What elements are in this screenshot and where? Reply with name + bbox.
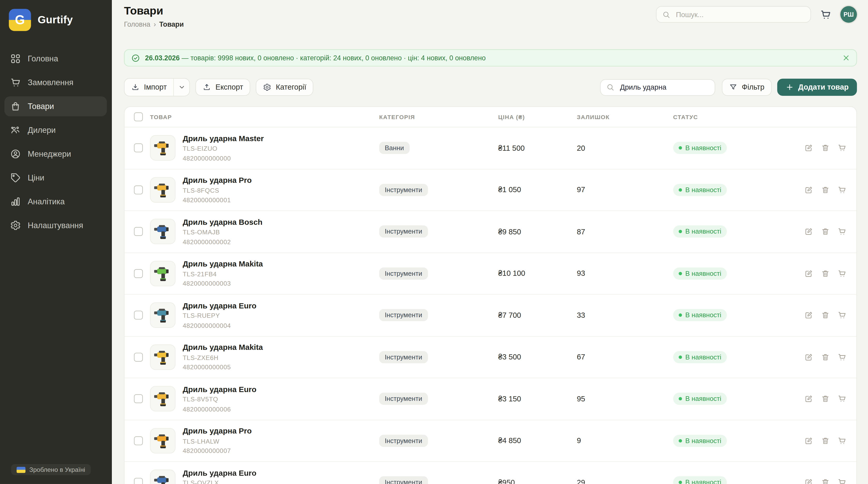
add-to-cart-button[interactable] [837,311,846,320]
row-checkbox[interactable] [134,353,143,362]
global-search[interactable] [656,6,811,23]
delete-button[interactable] [821,353,830,362]
edit-button[interactable] [804,144,813,152]
add-to-cart-button[interactable] [837,353,846,362]
add-product-button[interactable]: Додати товар [777,79,857,96]
delete-button[interactable] [821,269,830,278]
add-to-cart-button[interactable] [837,478,846,484]
category-chip: Інструменти [379,309,428,321]
add-to-cart-button[interactable] [837,185,846,194]
product-cell[interactable]: Дриль ударна EuroTLS-8V5TQ4820000000006 [150,384,379,414]
sidebar-item-prices[interactable]: Ціни [4,168,107,188]
add-to-cart-button[interactable] [837,227,846,236]
ukraine-flag-icon [17,467,25,473]
price-value: ₴4 850 [498,436,577,445]
row-checkbox[interactable] [134,478,143,484]
person-icon [10,148,21,159]
delete-button[interactable] [821,311,830,320]
status-label: В наявності [685,353,721,361]
add-to-cart-button[interactable] [837,394,846,403]
product-search[interactable] [600,79,715,96]
delete-button[interactable] [821,478,830,484]
row-checkbox[interactable] [134,394,143,403]
sidebar-item-settings[interactable]: Налаштування [4,215,107,235]
sidebar-item-managers[interactable]: Менеджери [4,144,107,164]
column-stock: ЗАЛИШОК [577,114,673,120]
edit-button[interactable] [804,478,813,484]
row-actions [804,353,856,362]
sidebar-item-orders[interactable]: Замовлення [4,72,107,92]
product-sku: TLS-21FB4 [183,270,263,278]
delete-button[interactable] [821,227,830,236]
edit-button[interactable] [804,436,813,445]
product-barcode: 4820000000002 [183,238,262,246]
global-search-input[interactable] [675,9,805,19]
category-chip: Інструменти [379,393,428,405]
search-icon [606,83,615,91]
product-image [150,344,176,370]
product-text: Дриль ударна EuroTLS-QVZLX4820000000008 [183,468,256,484]
product-cell[interactable]: Дриль ударна MasterTLS-EIZUO482000000000… [150,133,379,163]
import-button[interactable]: Імпорт [125,79,174,96]
edit-button[interactable] [804,227,813,236]
tag-icon [10,172,21,183]
users-icon [10,125,21,136]
delete-button[interactable] [821,436,830,445]
product-cell[interactable]: Дриль ударна ProTLS-LHALW4820000000007 [150,426,379,455]
row-checkbox[interactable] [134,227,143,236]
edit-button[interactable] [804,311,813,320]
sidebar-item-products[interactable]: Товари [4,96,107,116]
product-cell[interactable]: Дриль ударна EuroTLS-QVZLX4820000000008 [150,468,379,484]
delete-button[interactable] [821,144,830,152]
product-cell[interactable]: Дриль ударна EuroTLS-RUEPY4820000000004 [150,301,379,330]
add-to-cart-button[interactable] [837,269,846,278]
add-to-cart-button[interactable] [837,144,846,152]
cart-icon[interactable] [820,8,832,20]
row-checkbox[interactable] [134,185,143,194]
delete-button[interactable] [821,394,830,403]
product-sku: TLS-ZXE6H [183,354,263,362]
status-badge: В наявності [673,477,727,484]
product-cell[interactable]: Дриль ударна BoschTLS-OMAJB4820000000002 [150,217,379,246]
status-badge: В наявності [673,267,727,279]
edit-button[interactable] [804,394,813,403]
product-cell[interactable]: Дриль ударна ProTLS-8FQCS4820000000001 [150,175,379,204]
select-all-checkbox[interactable] [134,112,143,121]
edit-button[interactable] [804,353,813,362]
filter-button[interactable]: Фільтр [722,79,772,96]
edit-button[interactable] [804,185,813,194]
add-to-cart-button[interactable] [837,436,846,445]
row-checkbox[interactable] [134,269,143,278]
delete-button[interactable] [821,185,830,194]
avatar[interactable]: РШ [840,6,857,23]
made-in-ukraine-badge: Зроблено в Україні [11,464,91,475]
product-cell[interactable]: Дриль ударна MakitaTLS-ZXE6H482000000000… [150,342,379,372]
breadcrumb-home[interactable]: Головна [124,21,150,28]
sidebar-item-dealers[interactable]: Дилери [4,120,107,140]
table-row: Дриль ударна BoschTLS-OMAJB4820000000002… [125,211,856,253]
row-checkbox[interactable] [134,311,143,320]
export-label: Експорт [215,83,243,91]
product-name: Дриль ударна Pro [183,175,252,185]
brand[interactable]: G Gurtify [0,0,111,31]
check-circle-icon [131,53,140,62]
status-label: В наявності [685,311,721,319]
product-name: Дриль ударна Euro [183,301,256,310]
product-image [150,177,176,203]
sidebar-item-label: Аналітика [28,197,65,206]
import-menu-button[interactable] [174,79,189,96]
row-checkbox[interactable] [134,144,143,152]
edit-button[interactable] [804,269,813,278]
banner-close-icon[interactable] [843,54,850,62]
product-search-input[interactable] [619,83,709,92]
export-button[interactable]: Експорт [195,79,250,96]
categories-button[interactable]: Категорії [256,79,313,96]
product-cell[interactable]: Дриль ударна MakitaTLS-21FB4482000000000… [150,259,379,288]
price-value: ₴950 [498,478,577,484]
sidebar-item-analytics[interactable]: Аналітика [4,192,107,212]
category-chip: Інструменти [379,225,428,238]
row-actions [804,144,856,152]
row-checkbox[interactable] [134,436,143,445]
price-value: ₴7 700 [498,311,577,319]
sidebar-item-home[interactable]: Головна [4,49,107,69]
